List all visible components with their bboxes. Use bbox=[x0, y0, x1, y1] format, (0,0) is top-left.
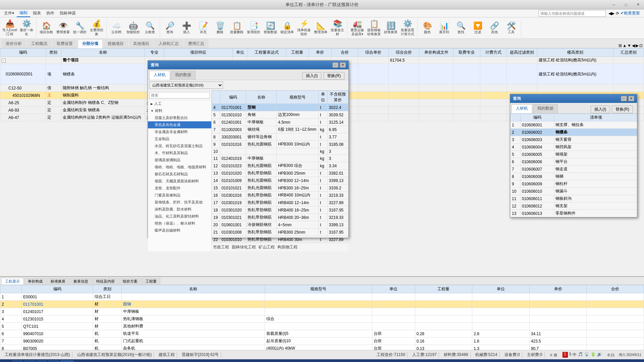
toolbar-btn-delete[interactable]: 🗑️ 删除 bbox=[212, 19, 228, 37]
list-item[interactable]: 17 010301019 热轧带肋钢筋 HRB400 12~14m t 3227… bbox=[212, 199, 348, 206]
toolbar-btn-find[interactable]: 🔍 查找 bbox=[452, 19, 469, 37]
dialog2-insert-button[interactable]: 插入(I) bbox=[591, 106, 610, 113]
list-item[interactable]: 18 010301020 热轧带肋钢筋 HRB400 16~25m t 3167… bbox=[212, 206, 348, 214]
toolbar-btn-batch-calc[interactable]: ⚙️ 批量设置计算方式 bbox=[399, 19, 416, 37]
tree-item-insulation[interactable]: 绝热（保温）、耐火材料 bbox=[148, 220, 211, 227]
tree-item-concrete-mortar[interactable]: 混凝土及砂浆配合比 bbox=[148, 114, 211, 121]
list-item[interactable]: 2 010606002 钢檩条 t bbox=[511, 129, 637, 136]
dialog-insert-button[interactable]: 插入(I) bbox=[302, 72, 321, 80]
settings-btn[interactable]: ✔检查更新 bbox=[621, 10, 640, 16]
list-item[interactable]: 19 010301021 热轧带肋钢筋 HRB400 20~36m t 3219… bbox=[212, 214, 348, 221]
list-item[interactable]: 15 010101021 热轧光圆钢筋 HPB300 16~25m t 3339… bbox=[212, 184, 348, 192]
list-item[interactable]: 6 012401001 中厚钢板 4.5mm t 3125.14 bbox=[212, 119, 348, 126]
toolbar-btn-transport[interactable]: 🚛 重置运输及超高▾ bbox=[349, 19, 366, 37]
toolbar-btn-smart-price[interactable]: 🤖 智能组价 bbox=[125, 19, 142, 37]
list-item[interactable]: 6 010606006 钢平台 t bbox=[511, 158, 637, 166]
toolbar-btn-organize[interactable]: 📐 整理清单 bbox=[312, 19, 329, 37]
toolbar-search-input[interactable] bbox=[539, 10, 606, 17]
list-item[interactable]: 21 010301008 热轧带肋钢筋 HPB300 25mm t 3167.9… bbox=[212, 229, 348, 236]
list-item[interactable]: 8 330203001 镀锌等边角钢 t 3.77 bbox=[212, 133, 348, 141]
view-mode-icon1[interactable]: ≡ bbox=[550, 353, 552, 357]
toolbar-btn-full-fee[interactable]: 💰 全费用切换 bbox=[88, 19, 105, 37]
toolbar-btn-insert[interactable]: ➕ 插入 bbox=[178, 19, 195, 37]
list-item[interactable]: 10 kg 3 bbox=[212, 148, 348, 155]
dialog-table-scroll[interactable]: 编码 名称 规格型号 单位 不含税预算价 4 011701001 型钢 bbox=[212, 90, 348, 243]
list-item[interactable]: 13 010101020 热轧带肋钢筋 HPB300 25mm t 3382.0… bbox=[212, 170, 348, 177]
menu-collab[interactable]: 协作 bbox=[44, 10, 57, 17]
tree-item-material[interactable]: ▼材料 bbox=[148, 107, 211, 114]
list-item[interactable]: 9 010606009 钢柱杆 t bbox=[511, 180, 637, 188]
menu-report[interactable]: 报表 bbox=[30, 10, 44, 17]
toolbar-btn-batch-delete[interactable]: 📋 批量删除 bbox=[228, 19, 245, 37]
expand-button[interactable]: - bbox=[2, 59, 6, 63]
category-item-garden[interactable]: 园林绿化工程 bbox=[232, 244, 256, 250]
dialog-tab-my-data[interactable]: 我的数据 bbox=[171, 71, 196, 80]
list-item[interactable]: 11 010606011 钢板斜沟 t bbox=[511, 195, 637, 202]
toolbar-btn-fee-view[interactable]: 👁️ 费用查看 bbox=[55, 19, 71, 37]
menu-edit[interactable]: 编制 bbox=[17, 9, 30, 17]
tab-fee-summary[interactable]: 费用汇总 bbox=[184, 39, 209, 48]
view-icon4[interactable]: ◀ bbox=[632, 43, 635, 48]
list-item[interactable]: 22 010301010 热轧带肋钢筋 HRB400 30m t 3227.89 bbox=[212, 236, 348, 243]
list-item[interactable]: 12 010606012 钢支架 t bbox=[511, 202, 637, 210]
dialog-close-button[interactable]: ✕ bbox=[340, 62, 346, 68]
dialog2-tab-my-data[interactable]: 我的数据 bbox=[533, 104, 558, 113]
dialog-db-selector[interactable]: 山西省建筑工程预算定额(2018) bbox=[149, 81, 223, 89]
bottom-tab-price-comp[interactable]: 单价构成 bbox=[24, 278, 46, 285]
list-item[interactable]: 7 011002003 钢丝绳 6股 19丝 11~12.5mm kg 6.95 bbox=[212, 126, 348, 133]
table-row[interactable]: 3 012401017 材 中厚钢板 bbox=[0, 308, 644, 315]
toolbar-btn-other[interactable]: 🔗 其他 bbox=[486, 19, 503, 37]
table-row[interactable]: 8 B07005 机 杂务机 (400以内) 40kW 台班 0.13 1.3 … bbox=[0, 345, 644, 350]
list-item[interactable]: 7 010606007 钢走道 t bbox=[511, 166, 637, 173]
bottom-tab-qty[interactable]: 工程量 bbox=[142, 278, 160, 285]
category-item-structure[interactable]: 构筑物工程 bbox=[277, 244, 298, 250]
list-item[interactable]: 11 012401019 中厚钢板 kg 3 bbox=[212, 155, 348, 162]
menu-indicator[interactable]: 指标神器 bbox=[57, 10, 78, 17]
tab-labor-material[interactable]: 人材机汇总 bbox=[154, 39, 183, 48]
tab-cost-analysis[interactable]: 造价分析 bbox=[1, 39, 26, 48]
list-item[interactable]: 16 010301016 热轧带肋钢筋 HRB400 10m以内 t 3219.… bbox=[212, 192, 348, 199]
toolbar-btn-batch-main[interactable]: 📚 批量改主材 bbox=[329, 19, 346, 37]
list-item[interactable]: 10 010606010 钢漏斗 t bbox=[511, 188, 637, 195]
bottom-tab-convert-info[interactable]: 换算信息 bbox=[70, 278, 92, 285]
tab-bill-items[interactable]: 分部分项 bbox=[78, 39, 103, 48]
minimize-button[interactable]: ─ bbox=[608, 0, 620, 9]
list-item[interactable]: 13 010606013 零星钢构件 t bbox=[511, 210, 637, 217]
toolbar-btn-unified-adjust[interactable]: 🔧 统一调价 bbox=[71, 19, 88, 37]
toolbar-btn-supplement[interactable]: 📝 补充 bbox=[195, 19, 212, 37]
tree-item-glass[interactable]: 玻璃及玻璃制品 bbox=[148, 157, 211, 164]
dialog-replace-button[interactable]: 替换(R) bbox=[323, 72, 344, 80]
table-row[interactable]: 6 990407010 机 轨道平车 装载质量(t)5 台班 0.28 2.8 … bbox=[0, 330, 644, 338]
list-item[interactable]: 3 010606003 钢天窗骨 t bbox=[511, 136, 637, 143]
dialog2-close-button[interactable]: ✕ bbox=[628, 96, 634, 101]
tab-project-overview[interactable]: 工程概况 bbox=[27, 39, 52, 48]
view-icon5[interactable]: ▶ bbox=[636, 43, 639, 48]
tree-item-cement[interactable]: 水泥、砖瓦砂石及混凝土制品 bbox=[148, 142, 211, 149]
tree-item-wood[interactable]: 木、竹材料及其制品 bbox=[148, 149, 211, 157]
tab-measures[interactable]: 措施项目 bbox=[103, 39, 128, 48]
tree-item-black-color-metal[interactable]: 黑色及有色金属 bbox=[148, 121, 211, 128]
tab-other-items[interactable]: 其他项目 bbox=[129, 39, 154, 48]
tree-item-paint[interactable]: 墙面、天棚及屋面涂刷材料 bbox=[148, 178, 211, 185]
tree-item-coating[interactable]: 涂料及防腐、防水材料 bbox=[148, 206, 211, 213]
taskbar-app-cloud[interactable]: ☁️ bbox=[48, 361, 59, 362]
tree-item-oil[interactable]: 油品、化工原料及胶结材料 bbox=[148, 213, 211, 220]
tree-search-input[interactable] bbox=[149, 92, 210, 99]
view-icon6[interactable]: ⊡ bbox=[639, 43, 643, 48]
list-item[interactable]: 5 011501010 角钢 边宽100mm t 3039.52 bbox=[212, 111, 348, 119]
taskbar-app-browser[interactable]: 🌐 bbox=[12, 361, 23, 362]
toolbar-btn-quick-price[interactable]: ⚡ 清单快速组价 bbox=[296, 19, 312, 37]
table-row[interactable]: 1 E00001 综合工日 bbox=[0, 293, 644, 301]
toolbar-btn-color[interactable]: 🎨 颜色 bbox=[419, 19, 436, 37]
tab-fee-settings[interactable]: 取费设置 bbox=[52, 39, 77, 48]
toolbar-btn-query[interactable]: 🔎 查询 bbox=[161, 19, 178, 37]
taskbar-app-yellow[interactable]: 🟡 bbox=[36, 361, 47, 362]
list-item[interactable]: 12 010101023 热轧光圆钢筋 HPB300 综合 kg 3.34 bbox=[212, 162, 348, 170]
view-icon2[interactable]: ▲ bbox=[623, 43, 627, 48]
list-item[interactable]: 4 011701001 型钢 t 3022.4 bbox=[212, 104, 348, 111]
tree-item-keel[interactable]: 龙骨、龙骨配件 bbox=[148, 185, 211, 192]
toolbar-btn-mortar[interactable]: 🔢 砂浆换算 bbox=[382, 19, 399, 37]
table-row[interactable]: 7 990309020 机 门式起重机 起吊质量(t)10 台班 0.16 1.… bbox=[0, 338, 644, 345]
toolbar-btn-reuse[interactable]: 📑 复用组价 bbox=[245, 19, 262, 37]
toolbar-btn-filter[interactable]: 🔽 过滤 bbox=[469, 19, 486, 37]
